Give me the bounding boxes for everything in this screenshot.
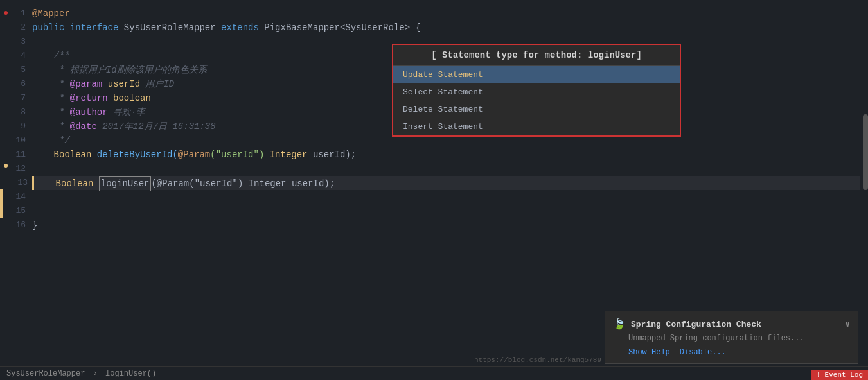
disable-link[interactable]: Disable... xyxy=(680,348,726,357)
method-loginuser: loginUser xyxy=(99,176,152,191)
code-line-12: 12 xyxy=(32,162,868,176)
spring-notification-body: Unmapped Spring configuration files... xyxy=(613,334,850,343)
code-line-11: 11 Boolean deleteByUserId(@Param("userId… xyxy=(32,148,868,162)
scrollbar-thumb[interactable] xyxy=(863,114,868,190)
event-log-tab[interactable]: ! Event Log xyxy=(811,370,868,380)
collapse-icon[interactable]: ∨ xyxy=(845,319,850,329)
spring-notification: 🍃 Spring Configuration Check ∨ Unmapped … xyxy=(605,311,858,364)
scrollbar[interactable] xyxy=(860,0,868,380)
show-help-link[interactable]: Show Help xyxy=(628,348,670,357)
popup-item-select[interactable]: Select Statement xyxy=(393,83,680,101)
breadcrumb-method: loginUser() xyxy=(105,369,156,378)
popup-item-update[interactable]: Update Statement xyxy=(393,66,680,83)
status-bar: SysUserRoleMapper › loginUser() xyxy=(0,366,868,380)
url-bar: https://blog.csdn.net/kang5789 xyxy=(474,356,601,364)
code-line-13: 13 Boolean loginUser(@Param("userId") In… xyxy=(32,176,868,190)
spring-notification-actions: Show Help Disable... xyxy=(613,348,850,357)
popup-title: [ Statement type for method: loginUser] xyxy=(393,45,680,66)
editor-area: ● ● 1 @Mapper 2 public interface SysUser… xyxy=(0,0,868,380)
code-line-14: 14 xyxy=(32,190,868,204)
spring-notification-title: 🍃 Spring Configuration Check ∨ xyxy=(613,318,850,331)
spring-leaf-icon: 🍃 xyxy=(613,318,626,331)
popup-item-insert[interactable]: Insert Statement xyxy=(393,118,680,135)
code-line-2: 2 public interface SysUserRoleMapper ext… xyxy=(32,21,868,35)
spring-notification-title-text: Spring Configuration Check xyxy=(631,320,761,329)
code-line-15: 15 xyxy=(32,204,868,218)
popup-item-delete[interactable]: Delete Statement xyxy=(393,101,680,118)
breadcrumb-separator: › xyxy=(93,369,98,378)
breadcrumb-class: SysUserRoleMapper xyxy=(6,369,85,378)
statement-type-popup[interactable]: [ Statement type for method: loginUser] … xyxy=(392,44,681,137)
code-line-16: 16 } xyxy=(32,218,868,232)
code-line-1: 1 @Mapper xyxy=(32,6,868,21)
breadcrumb: SysUserRoleMapper › loginUser() xyxy=(6,369,156,378)
